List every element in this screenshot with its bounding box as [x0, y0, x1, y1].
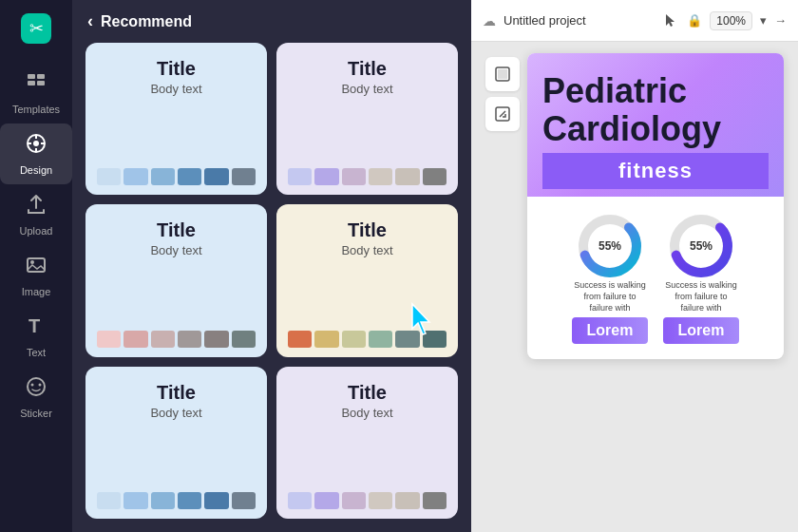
swatch — [369, 331, 392, 348]
card5-body: Body text — [150, 406, 201, 420]
svg-rect-3 — [37, 74, 45, 79]
template-grid: Title Body text Title Body text — [72, 43, 471, 532]
template-card-4[interactable]: Title Body text — [276, 204, 458, 356]
chart2-description: Success is walking from failure to failu… — [663, 280, 739, 314]
swatch — [124, 331, 147, 348]
templates-icon — [25, 71, 48, 100]
swatch — [423, 168, 446, 185]
more-options-button[interactable]: → — [774, 13, 787, 28]
svg-line-21 — [500, 111, 505, 117]
swatch — [178, 492, 201, 509]
swatch — [97, 168, 121, 185]
svg-text:55%: 55% — [690, 239, 712, 253]
recommend-panel: ‹ Recommend Title Body text Title Body t… — [72, 0, 471, 532]
donut-chart-2: 55% — [667, 212, 735, 280]
canvas-area: ☁ Untitled project 🔒 100% ▾ → Pediatric … — [471, 0, 798, 532]
swatch — [232, 331, 256, 348]
template-card-2[interactable]: Title Body text — [276, 43, 458, 195]
svg-rect-2 — [28, 74, 35, 79]
sidebar-item-upload[interactable]: Upload — [0, 184, 72, 245]
swatch — [342, 492, 366, 509]
swatch — [151, 168, 175, 185]
design-preview: Pediatric Cardiology fitness — [527, 53, 784, 359]
chart1-description: Success is walking from failure to failu… — [572, 280, 648, 314]
svg-rect-19 — [498, 69, 507, 79]
svg-point-17 — [39, 384, 42, 387]
template-card-1[interactable]: Title Body text — [86, 43, 267, 195]
template-card-5[interactable]: Title Body text — [86, 367, 267, 519]
design-subtitle: fitness — [542, 153, 769, 189]
cloud-icon: ☁ — [483, 13, 496, 28]
swatch — [288, 331, 312, 348]
card5-swatches — [97, 492, 256, 509]
card2-swatches — [288, 168, 446, 185]
project-title[interactable]: Untitled project — [504, 13, 656, 28]
sidebar: ✂ Templates Design — [0, 0, 72, 532]
upload-icon — [25, 193, 48, 221]
chart2-text: Success is walking from failure to failu… — [663, 280, 739, 314]
swatch — [178, 331, 201, 348]
swatch — [97, 492, 121, 509]
sticker-icon — [25, 375, 48, 404]
swatch — [124, 492, 147, 509]
swatch — [314, 168, 338, 185]
card6-title: Title — [348, 382, 387, 404]
svg-point-13 — [30, 260, 34, 264]
template-card-6[interactable]: Title Body text — [276, 367, 458, 519]
sidebar-sticker-label: Sticker — [20, 408, 52, 419]
card2-title: Title — [348, 58, 387, 80]
canvas-topbar: ☁ Untitled project 🔒 100% ▾ → — [471, 0, 798, 42]
panel-title: Recommend — [101, 13, 192, 30]
side-tools — [485, 53, 520, 131]
sidebar-design-label: Design — [20, 164, 52, 176]
card3-body: Body text — [150, 243, 201, 257]
svg-point-15 — [28, 378, 45, 395]
sidebar-item-sticker[interactable]: Sticker — [0, 367, 72, 428]
card4-title: Title — [348, 219, 387, 241]
design-top-section: Pediatric Cardiology fitness — [527, 53, 784, 197]
swatch — [395, 492, 419, 509]
card6-swatches — [288, 492, 446, 509]
template-card-3[interactable]: Title Body text — [86, 204, 267, 356]
topbar-controls: 🔒 100% ▾ → — [664, 11, 787, 30]
card3-title: Title — [157, 219, 196, 241]
sidebar-text-label: Text — [27, 347, 46, 358]
background-tool[interactable] — [485, 57, 520, 91]
design-icon — [25, 132, 48, 161]
swatch — [342, 331, 366, 348]
swatch — [151, 492, 175, 509]
resize-tool[interactable] — [485, 97, 520, 131]
lorem-button-1[interactable]: Lorem — [572, 317, 648, 344]
zoom-dropdown-button[interactable]: ▾ — [760, 13, 767, 28]
swatch — [395, 168, 419, 185]
sidebar-item-text[interactable]: T Text — [0, 306, 72, 367]
swatch — [369, 168, 392, 185]
back-button[interactable]: ‹ — [87, 11, 93, 31]
design-charts-section: 55% Success is walking from failure to f… — [527, 197, 784, 359]
swatch — [288, 492, 312, 509]
sidebar-item-design[interactable]: Design — [0, 124, 72, 184]
chart-group-2: 55% Success is walking from failure to f… — [663, 212, 739, 344]
swatch — [232, 492, 256, 509]
sidebar-image-label: Image — [22, 286, 51, 297]
svg-rect-4 — [28, 81, 35, 86]
swatch — [288, 168, 312, 185]
main-title-text: Pediatric Cardiology — [542, 71, 721, 148]
cursor-tool-button[interactable] — [664, 13, 679, 28]
zoom-level[interactable]: 100% — [710, 11, 752, 30]
swatch — [232, 168, 256, 185]
sidebar-item-image[interactable]: Image — [0, 245, 72, 306]
card4-body: Body text — [341, 243, 392, 257]
svg-rect-5 — [37, 81, 45, 86]
swatch — [204, 492, 228, 509]
swatch — [369, 492, 392, 509]
sidebar-item-templates[interactable]: Templates — [0, 63, 72, 124]
card5-title: Title — [157, 382, 196, 404]
sidebar-upload-label: Upload — [20, 225, 53, 237]
lorem-button-2[interactable]: Lorem — [663, 317, 739, 344]
chart-group-1: 55% Success is walking from failure to f… — [572, 212, 648, 344]
lock-button[interactable]: 🔒 — [687, 13, 702, 28]
panel-header: ‹ Recommend — [72, 0, 471, 43]
card4-swatches — [288, 331, 446, 348]
canvas-body: Pediatric Cardiology fitness — [471, 42, 798, 532]
